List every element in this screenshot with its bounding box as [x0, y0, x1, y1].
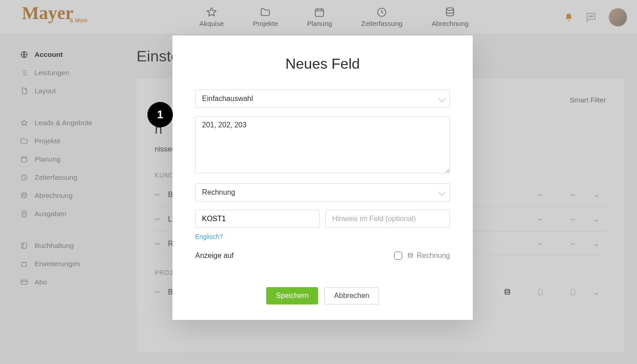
field-name-input[interactable]: [195, 210, 320, 228]
save-button[interactable]: Speichern: [266, 287, 318, 304]
field-type-select[interactable]: Einfachauswahl: [195, 90, 450, 108]
svg-point-15: [408, 253, 412, 254]
cancel-button[interactable]: Abbrechen: [324, 287, 379, 304]
scope-value: Rechnung: [202, 188, 235, 197]
show-on-row: Anzeige auf Rechnung: [195, 252, 450, 260]
show-on-label: Anzeige auf: [195, 252, 394, 260]
show-on-checkbox[interactable]: [394, 252, 402, 260]
new-field-modal: 1 Neues Feld Einfachauswahl Rechnung Eng…: [172, 35, 473, 320]
field-type-value: Einfachauswahl: [202, 95, 253, 103]
scope-select[interactable]: Rechnung: [195, 183, 450, 202]
step-badge: 1: [147, 102, 173, 127]
english-link[interactable]: Englisch?: [195, 233, 223, 240]
modal-title: Neues Feld: [195, 56, 450, 72]
modal-buttons: Speichern Abbrechen: [195, 287, 450, 304]
options-textarea[interactable]: [195, 116, 450, 173]
database-icon: [407, 252, 414, 259]
show-on-target: Rechnung: [417, 252, 450, 260]
field-hint-input[interactable]: [325, 210, 450, 228]
